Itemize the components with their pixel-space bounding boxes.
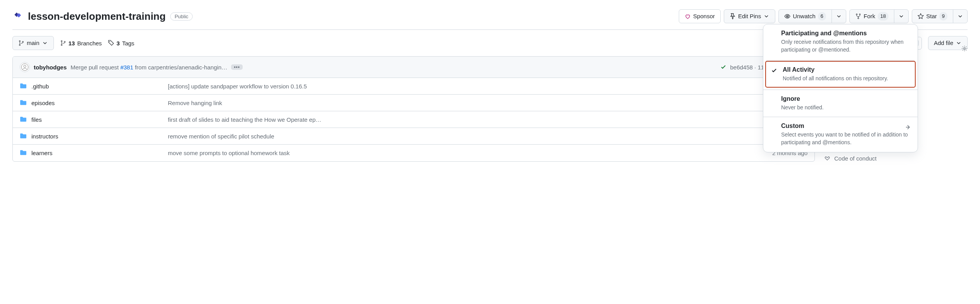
star-dropdown-button[interactable] <box>953 9 968 23</box>
commit-author[interactable]: tobyhodges <box>34 64 67 71</box>
file-name[interactable]: files <box>31 116 163 123</box>
code-of-conduct-link[interactable]: Code of conduct <box>834 155 876 162</box>
file-commit-msg[interactable]: Remove hanging link <box>168 100 800 106</box>
star-button[interactable]: Star 9 <box>912 9 953 23</box>
fork-icon <box>855 13 861 19</box>
file-commit-msg[interactable]: first draft of slides to aid teaching th… <box>168 116 803 123</box>
option-description: Notified of all notifications on this re… <box>783 75 909 83</box>
chevron-down-icon <box>957 13 963 19</box>
repo-title[interactable]: lesson-development-training <box>28 10 166 22</box>
folder-icon <box>20 83 27 90</box>
option-title: Participating and @mentions <box>781 30 911 37</box>
fork-count: 18 <box>878 12 889 21</box>
pin-icon <box>730 13 736 19</box>
notifications-dropdown: Participating and @mentionsOnly receive … <box>763 24 918 152</box>
chevron-down-icon <box>956 40 962 46</box>
watch-count: 6 <box>818 12 826 21</box>
file-name[interactable]: instructors <box>31 133 163 140</box>
file-name[interactable]: learners <box>31 150 163 156</box>
file-name[interactable]: episodes <box>31 100 163 106</box>
file-name[interactable]: .github <box>31 83 163 90</box>
branch-icon <box>18 40 24 46</box>
folder-icon <box>20 149 27 156</box>
notification-option[interactable]: All ActivityNotified of all notification… <box>765 60 916 88</box>
svg-point-6 <box>19 45 21 46</box>
watch-dropdown-button[interactable] <box>832 9 846 23</box>
unwatch-button[interactable]: Unwatch 6 <box>778 9 832 23</box>
notification-option[interactable]: IgnoreNever be notified. <box>763 90 918 117</box>
file-row[interactable]: instructors remove mention of specific p… <box>13 128 814 145</box>
svg-point-5 <box>22 41 24 43</box>
svg-point-13 <box>21 64 28 71</box>
folder-icon <box>20 99 27 106</box>
folder-icon <box>20 116 27 123</box>
repo-icon <box>12 10 23 22</box>
svg-point-9 <box>61 45 62 46</box>
heart-icon <box>685 13 691 19</box>
chevron-down-icon <box>836 13 842 19</box>
tags-link[interactable]: 3 Tags <box>108 40 135 47</box>
notification-option[interactable]: CustomSelect events you want to be notif… <box>763 117 918 152</box>
file-listing: tobyhodges Merge pull request #381 from … <box>12 56 815 162</box>
svg-point-4 <box>19 41 21 42</box>
folder-icon <box>20 133 27 140</box>
gear-icon[interactable] <box>961 45 968 52</box>
svg-point-8 <box>64 41 65 43</box>
chevron-down-icon <box>42 40 48 46</box>
check-icon[interactable] <box>720 64 726 70</box>
file-row[interactable]: .github [actions] update sandpaper workf… <box>13 78 814 95</box>
option-title: All Activity <box>783 66 909 73</box>
avatar[interactable] <box>20 62 30 72</box>
star-count: 9 <box>939 12 947 21</box>
eye-icon <box>784 13 790 19</box>
check-icon <box>771 67 777 74</box>
code-of-conduct-icon <box>824 155 830 162</box>
expand-commit-button[interactable]: ••• <box>231 64 243 70</box>
svg-point-7 <box>61 41 62 42</box>
chevron-down-icon <box>763 13 770 19</box>
svg-point-2 <box>859 14 860 15</box>
arrow-right-icon <box>905 124 911 130</box>
tag-icon <box>108 40 114 46</box>
branches-link[interactable]: 13 Branches <box>60 40 102 47</box>
fork-button[interactable]: Fork 18 <box>849 9 894 23</box>
file-commit-msg[interactable]: [actions] update sandpaper workflow to v… <box>168 83 803 90</box>
svg-point-10 <box>109 41 110 42</box>
file-row[interactable]: learners move some prompts to optional h… <box>13 145 814 161</box>
chevron-down-icon <box>898 13 904 19</box>
branch-selector-button[interactable]: main <box>12 36 54 50</box>
svg-point-0 <box>787 16 788 17</box>
branch-icon <box>60 40 66 46</box>
commit-message[interactable]: Merge pull request #381 from carpentries… <box>71 64 227 71</box>
edit-pins-button[interactable]: Edit Pins <box>724 9 775 23</box>
notification-option[interactable]: Participating and @mentionsOnly receive … <box>763 24 918 59</box>
option-description: Select events you want to be notified of… <box>781 131 911 146</box>
option-title: Ignore <box>781 95 911 102</box>
file-row[interactable]: episodes Remove hanging link 2 <box>13 95 814 111</box>
option-description: Never be notified. <box>781 104 911 112</box>
svg-point-1 <box>856 14 857 15</box>
file-row[interactable]: files first draft of slides to aid teach… <box>13 111 814 128</box>
sponsor-button[interactable]: Sponsor <box>679 9 721 23</box>
pr-link[interactable]: #381 <box>120 64 133 71</box>
visibility-badge: Public <box>170 12 192 21</box>
file-commit-msg[interactable]: move some prompts to optional homework t… <box>168 150 768 156</box>
file-commit-msg[interactable]: remove mention of specific pilot schedul… <box>168 133 803 140</box>
svg-point-12 <box>964 48 965 49</box>
star-icon <box>918 13 924 19</box>
fork-dropdown-button[interactable] <box>894 9 909 23</box>
option-title: Custom <box>781 123 911 130</box>
option-description: Only receive notifications from this rep… <box>781 38 911 54</box>
svg-point-3 <box>858 18 859 19</box>
